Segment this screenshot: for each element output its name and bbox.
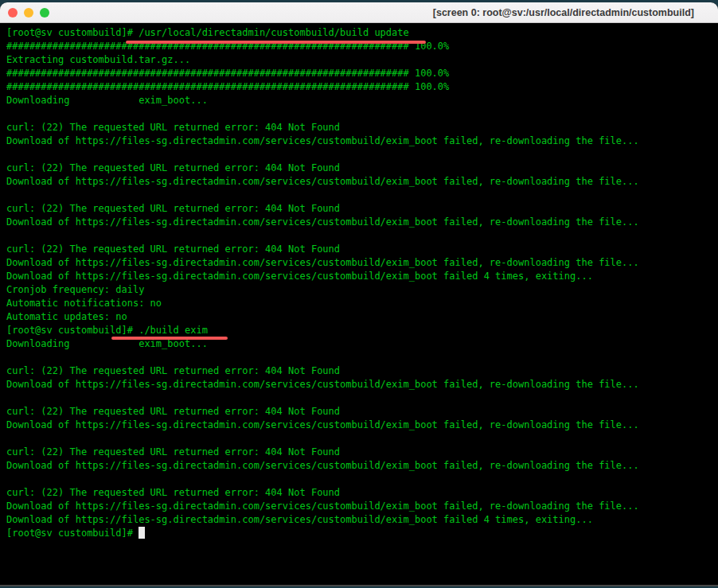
terminal-line: Download of https://files-sg.directadmin… [6, 216, 718, 229]
terminal-line: curl: (22) The requested URL returned er… [6, 243, 718, 256]
terminal-line: [root@sv custombuild]# [6, 527, 718, 540]
terminal-screen[interactable]: [root@sv custombuild]# /usr/local/direct… [0, 23, 718, 586]
window-title: [screen 0: root@sv:/usr/local/directadmi… [433, 2, 694, 23]
titlebar[interactable]: [screen 0: root@sv:/usr/local/directadmi… [0, 2, 718, 23]
terminal-line: Download of https://files-sg.directadmin… [6, 175, 718, 189]
terminal-line: Download of https://files-sg.directadmin… [6, 419, 718, 432]
terminal-line [6, 432, 718, 446]
terminal-line: Automatic updates: no [6, 310, 718, 324]
terminal-line: ########################################… [6, 67, 718, 80]
terminal-line [6, 473, 718, 486]
terminal-line: Download of https://files-sg.directadmin… [6, 378, 718, 391]
desktop-background: [screen 0: root@sv:/usr/local/directadmi… [0, 0, 718, 588]
annotation-underline-build-exim [111, 337, 228, 340]
terminal-cursor [139, 527, 145, 539]
terminal-line: Cronjob frequency: daily [6, 283, 718, 297]
terminal-line: curl: (22) The requested URL returned er… [6, 486, 718, 500]
zoom-button-icon[interactable] [40, 8, 49, 18]
terminal-line: Download of https://files-sg.directadmin… [6, 270, 718, 283]
terminal-line: Downloading exim_boot... [6, 94, 718, 107]
terminal-line: Download of https://files-sg.directadmin… [6, 256, 718, 270]
terminal-line [6, 351, 718, 364]
terminal-line: [root@sv custombuild]# /usr/local/direct… [6, 26, 718, 40]
terminal-line [6, 148, 718, 162]
terminal-line: curl: (22) The requested URL returned er… [6, 405, 718, 419]
terminal-line: Download of https://files-sg.directadmin… [6, 134, 718, 148]
terminal-output: [root@sv custombuild]# /usr/local/direct… [6, 26, 718, 540]
terminal-line: curl: (22) The requested URL returned er… [6, 162, 718, 175]
terminal-line: Download of https://files-sg.directadmin… [6, 459, 718, 473]
terminal-line: [root@sv custombuild]# ./build exim [6, 324, 718, 337]
terminal-line [6, 229, 718, 243]
terminal-line: Download of https://files-sg.directadmin… [6, 513, 718, 527]
terminal-line: curl: (22) The requested URL returned er… [6, 446, 718, 459]
terminal-line: curl: (22) The requested URL returned er… [6, 364, 718, 378]
traffic-lights [8, 2, 49, 23]
terminal-line: Download of https://files-sg.directadmin… [6, 500, 718, 513]
terminal-line [6, 107, 718, 121]
terminal-line: Extracting custombuild.tar.gz... [6, 53, 718, 67]
annotation-underline-build-update [126, 41, 426, 44]
terminal-window: [screen 0: root@sv:/usr/local/directadmi… [0, 2, 718, 586]
terminal-line: Automatic notifications: no [6, 297, 718, 310]
terminal-line [6, 391, 718, 405]
terminal-line [6, 189, 718, 202]
terminal-line: curl: (22) The requested URL returned er… [6, 121, 718, 134]
terminal-line: curl: (22) The requested URL returned er… [6, 202, 718, 216]
terminal-line: ########################################… [6, 80, 718, 94]
minimize-button-icon[interactable] [24, 8, 33, 18]
close-button-icon[interactable] [8, 8, 18, 18]
